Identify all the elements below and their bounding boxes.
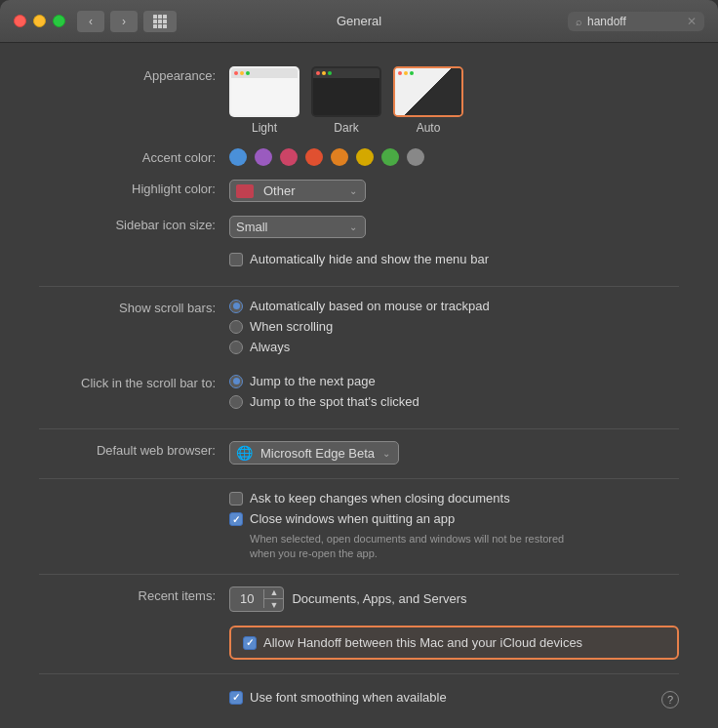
accent-graphite[interactable] [407,148,424,166]
scroll-auto-radio[interactable] [229,300,243,313]
radio-inner-2 [233,378,240,384]
sidebar-icon-size-label: Sidebar icon size: [39,216,229,232]
close-windows-label: Close windows when quitting an app [250,511,455,526]
scroll-bars-label: Show scroll bars: [39,299,229,315]
font-smoothing-checkbox[interactable]: ✓ [229,691,243,705]
accent-blue[interactable] [229,148,247,166]
browser-value: Microsoft Edge Beta [260,446,375,461]
appearance-label: Appearance: [39,66,229,83]
menu-bar-label: Automatically hide and show the menu bar [250,252,489,266]
appearance-thumb-light[interactable] [229,66,299,117]
appearance-options: Light Dark [229,66,679,135]
preferences-window: ‹ › General ⌕ handoff ✕ Appearance: [0,0,718,728]
accent-red[interactable] [305,148,323,166]
highlight-color-value: Other [263,183,296,198]
click-spot-radio[interactable] [229,395,243,409]
close-button[interactable] [14,15,26,27]
dropdown-arrow-icon-3: ⌄ [382,448,390,459]
click-next-radio[interactable] [229,375,243,388]
search-bar[interactable]: ⌕ handoff ✕ [568,12,704,31]
divider-1 [39,286,679,287]
click-next-row: Jump to the next page [229,374,419,388]
stepper-buttons: ▲ ▼ [264,587,283,611]
handoff-checkmark-icon: ✓ [246,637,254,648]
accent-orange[interactable] [331,148,348,166]
keep-changes-row: Ask to keep changes when closing documen… [229,491,679,506]
sidebar-icon-size-value: Small [236,220,268,234]
click-spot-label: Jump to the spot that's clicked [250,394,419,409]
accent-color-row: Accent color: [39,148,679,166]
click-scroll-content: Jump to the next page Jump to the spot t… [229,374,679,415]
menu-bar-row: Automatically hide and show the menu bar [229,252,679,272]
scroll-bars-row: Show scroll bars: Automatically based on… [39,299,679,360]
click-next-label: Jump to the next page [250,374,376,388]
stepper-up-button[interactable]: ▲ [264,587,283,599]
sidebar-icon-size-content: Small ⌄ [229,216,679,238]
highlight-color-label: Highlight color: [39,180,229,196]
appearance-label-auto: Auto [417,121,441,135]
click-scroll-row: Click in the scroll bar to: Jump to the … [39,374,679,415]
browser-dropdown[interactable]: 🌐 Microsoft Edge Beta ⌄ [229,441,399,465]
browser-label: Default web browser: [39,441,229,458]
click-spot-row: Jump to the spot that's clicked [229,394,419,409]
grid-button[interactable] [143,11,177,32]
minimize-button[interactable] [33,15,46,27]
recent-items-stepper[interactable]: 10 ▲ ▼ [229,586,284,612]
keep-changes-label: Ask to keep changes when closing documen… [250,491,510,506]
radio-inner [233,303,240,309]
appearance-option-dark[interactable]: Dark [311,66,381,135]
search-clear-button[interactable]: ✕ [687,15,697,28]
highlight-color-row: Highlight color: Other ⌄ [39,180,679,202]
titlebar: ‹ › General ⌕ handoff ✕ [0,0,718,43]
recent-items-content: 10 ▲ ▼ Documents, Apps, and Servers [229,586,679,612]
recent-items-row: Recent items: 10 ▲ ▼ Documents, Apps, an… [39,586,679,612]
click-scroll-label: Click in the scroll bar to: [39,374,229,390]
browser-content: 🌐 Microsoft Edge Beta ⌄ [229,441,679,465]
handoff-checkbox[interactable]: ✓ [243,636,257,650]
accent-pink[interactable] [280,148,298,166]
divider-5 [39,673,679,674]
highlight-color-dropdown[interactable]: Other ⌄ [229,180,366,202]
handoff-wrapper: ✓ Allow Handoff between this Mac and you… [229,626,679,660]
appearance-option-auto[interactable]: Auto [393,66,463,135]
forward-button[interactable]: › [110,11,138,32]
menu-bar-content: Automatically hide and show the menu bar [229,252,679,272]
scroll-always-radio[interactable] [229,341,243,354]
font-smoothing-row: ✓ Use font smoothing when available [229,690,447,705]
stepper-down-button[interactable]: ▼ [264,599,283,611]
font-smooth-checkmark-icon: ✓ [232,692,240,703]
menu-bar-checkbox[interactable] [229,253,243,266]
appearance-thumb-dark[interactable] [311,66,381,117]
accent-color-label: Accent color: [39,148,229,165]
sidebar-icon-size-dropdown[interactable]: Small ⌄ [229,216,366,238]
scroll-scrolling-label: When scrolling [250,319,333,334]
nav-buttons: ‹ › [77,11,138,32]
maximize-button[interactable] [53,15,65,27]
accent-green[interactable] [381,148,399,166]
search-icon: ⌕ [576,16,582,27]
scroll-scrolling-row: When scrolling [229,319,490,334]
font-smoothing-label: Use font smoothing when available [250,690,447,705]
scroll-scrolling-radio[interactable] [229,320,243,334]
accent-yellow[interactable] [356,148,374,166]
browser-icon: 🌐 [236,445,253,461]
help-button[interactable]: ? [661,691,679,708]
highlight-color-content: Other ⌄ [229,180,679,202]
back-button[interactable]: ‹ [77,11,104,32]
dropdown-arrow-icon: ⌄ [349,185,357,196]
keep-changes-checkbox[interactable] [229,492,243,506]
scroll-always-row: Always [229,340,490,354]
handoff-label: Allow Handoff between this Mac and your … [263,635,582,650]
traffic-lights [14,15,65,27]
close-windows-subtext: When selected, open documents and window… [250,532,679,562]
window-title: General [337,14,381,28]
close-windows-checkbox[interactable]: ✓ [229,512,243,526]
accent-purple[interactable] [255,148,272,166]
font-smoothing-wrapper: ✓ Use font smoothing when available [229,690,447,710]
scroll-always-label: Always [250,340,290,354]
appearance-thumb-auto[interactable] [393,66,463,117]
close-windows-wrapper: ✓ Close windows when quitting an app Whe… [229,511,679,562]
browser-row: Default web browser: 🌐 Microsoft Edge Be… [39,441,679,465]
help-icon: ? [667,694,673,706]
appearance-option-light[interactable]: Light [229,66,299,135]
